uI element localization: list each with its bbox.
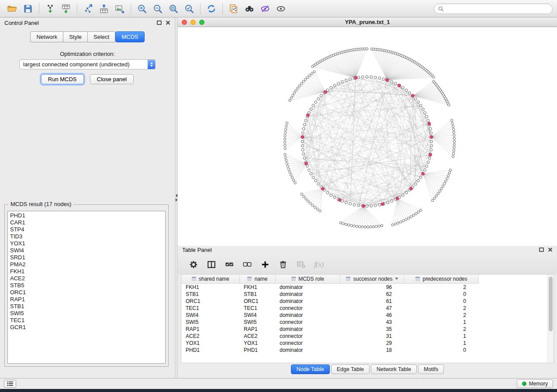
table-row[interactable]: ORC1 ORC1 dominator 61 0 <box>181 298 478 305</box>
delete-column-button[interactable] <box>278 259 288 270</box>
copy-network-icon <box>228 3 239 14</box>
tab-mcds[interactable]: MCDS <box>115 31 144 42</box>
deselect-all-button[interactable] <box>242 259 253 270</box>
cell-predecessor-nodes: 1 <box>404 319 478 326</box>
column-header-mcds-role[interactable]: MCDS role <box>275 275 340 283</box>
import-table-button[interactable] <box>58 2 74 16</box>
panel-splitter[interactable] <box>175 17 178 378</box>
mcds-result-item[interactable]: ORC1 <box>10 289 163 296</box>
table-row[interactable]: SWI5 SWI5 connector 43 1 <box>181 319 478 326</box>
expand-right-icon[interactable] <box>176 198 177 202</box>
mcds-result-list[interactable]: PHD1 CAR1 STP4 TID3 YOX1 SWI4 SRD1 PMA2 <box>7 211 166 364</box>
copy-network-button[interactable] <box>226 2 242 16</box>
tab-edge-table[interactable]: Edge Table <box>331 364 370 374</box>
table-row[interactable]: PHD1 PHD1 dominator 18 0 <box>181 347 478 354</box>
search-input[interactable] <box>444 6 549 12</box>
zoom-fit-button[interactable] <box>166 2 181 16</box>
mcds-result-item[interactable]: STB1 <box>10 303 163 310</box>
close-panel-icon[interactable] <box>166 21 170 25</box>
collapse-left-icon[interactable] <box>176 194 177 197</box>
find-button[interactable] <box>242 2 257 16</box>
toolbar-search-box[interactable] <box>434 3 553 14</box>
float-panel-icon[interactable] <box>539 248 544 252</box>
table-row[interactable]: FKH1 FKH1 dominator 96 2 <box>181 283 478 291</box>
network-graph[interactable] <box>178 27 557 244</box>
table-panel-title: Table Panel <box>182 247 212 253</box>
mcds-result-item[interactable]: YOX1 <box>10 240 163 247</box>
mcds-result-item[interactable]: TEC1 <box>10 317 163 324</box>
export-network-button[interactable] <box>80 2 96 16</box>
show-graphics-button[interactable] <box>273 2 289 16</box>
save-session-button[interactable] <box>20 2 36 16</box>
table-row[interactable]: SWI4 SWI4 dominator 46 2 <box>181 312 478 319</box>
table-row[interactable]: RAP1 RAP1 dominator 35 2 <box>181 326 478 333</box>
table-row[interactable]: YOX1 YOX1 connector 29 1 <box>181 340 478 347</box>
column-header-successor-nodes[interactable]: successor nodes <box>340 275 404 283</box>
table-scrollbar-thumb[interactable] <box>549 277 553 331</box>
task-history-button[interactable] <box>4 380 16 388</box>
cell-shared-name: FKH1 <box>181 283 239 291</box>
mcds-result-item[interactable]: RAP1 <box>10 296 163 303</box>
select-all-button[interactable] <box>224 259 235 270</box>
close-panel-button[interactable]: Close panel <box>90 74 134 84</box>
column-header-name[interactable]: name <box>239 275 275 283</box>
table-row[interactable]: TEC1 TEC1 connector 47 2 <box>181 305 478 312</box>
open-session-button[interactable] <box>4 2 20 16</box>
import-network-button[interactable] <box>42 2 58 16</box>
workspace: Control Panel Network Style Select MCDS … <box>0 17 557 378</box>
memory-status-icon <box>522 382 526 386</box>
table-header-row: shared name name <box>181 275 478 283</box>
float-panel-icon[interactable] <box>157 21 162 25</box>
tab-select[interactable]: Select <box>87 31 115 42</box>
mcds-result-item[interactable]: SWI4 <box>10 247 163 254</box>
network-window-titlebar[interactable]: YPA_prune.txt_1 <box>178 17 557 27</box>
export-image-button[interactable] <box>112 2 128 16</box>
table-row[interactable]: STB1 STB1 dominator 62 0 <box>181 291 478 298</box>
mcds-result-item[interactable]: STP4 <box>10 226 163 233</box>
mcds-result-item[interactable]: STB5 <box>10 282 163 289</box>
cell-shared-name: ACE2 <box>181 333 239 340</box>
export-table-button[interactable] <box>96 2 112 16</box>
tab-network[interactable]: Network <box>30 31 63 42</box>
cell-successor-nodes: 96 <box>340 283 404 291</box>
mcds-result-item[interactable]: PHD1 <box>10 212 163 219</box>
mcds-result-item[interactable]: ACE2 <box>10 275 163 282</box>
tab-network-table[interactable]: Network Table <box>371 364 417 374</box>
trash-icon <box>278 260 288 269</box>
hide-graphics-button[interactable] <box>257 2 273 16</box>
table-scrollbar[interactable] <box>547 275 554 363</box>
memory-button[interactable]: Memory <box>517 379 553 388</box>
close-panel-icon[interactable] <box>548 248 553 252</box>
add-column-button[interactable] <box>260 259 270 270</box>
tab-style[interactable]: Style <box>63 31 87 42</box>
column-header-shared-name[interactable]: shared name <box>181 275 239 283</box>
column-header-predecessor-nodes[interactable]: predecessor nodes <box>404 275 478 283</box>
mcds-result-item[interactable]: SRD1 <box>10 254 163 261</box>
cell-successor-nodes: 18 <box>340 347 404 354</box>
mcds-result-item[interactable]: PMA2 <box>10 261 163 268</box>
table-settings-button[interactable] <box>188 259 199 270</box>
optimization-criterion-select[interactable]: largest connected component (undirected) <box>19 59 156 69</box>
network-canvas[interactable] <box>178 27 557 246</box>
function-builder-button[interactable]: f(x) <box>314 259 324 270</box>
delete-table-button[interactable] <box>296 259 306 270</box>
show-columns-button[interactable] <box>206 259 217 270</box>
tab-motifs[interactable]: Motifs <box>418 364 444 374</box>
zoom-out-button[interactable] <box>150 2 166 16</box>
mcds-result-item[interactable]: CAR1 <box>10 219 163 226</box>
mcds-result-item[interactable]: TID3 <box>10 233 163 240</box>
mcds-result-item[interactable]: GCR1 <box>10 324 163 331</box>
cell-name: STB1 <box>239 291 275 298</box>
splitter-collapse-arrows[interactable] <box>175 193 177 203</box>
sort-chevron-icon[interactable] <box>395 278 398 280</box>
combo-stepper-icon <box>148 60 155 69</box>
run-mcds-button[interactable]: Run MCDS <box>41 74 84 84</box>
zoom-selected-button[interactable] <box>181 2 197 16</box>
cell-name: SWI4 <box>239 312 275 319</box>
mcds-result-item[interactable]: FKH1 <box>10 268 163 275</box>
tab-node-table[interactable]: Node Table <box>291 364 330 374</box>
table-row[interactable]: ACE2 ACE2 connector 31 1 <box>181 333 478 340</box>
mcds-result-item[interactable]: SWI5 <box>10 310 163 317</box>
zoom-in-button[interactable] <box>134 2 150 16</box>
refresh-button[interactable] <box>204 2 219 16</box>
